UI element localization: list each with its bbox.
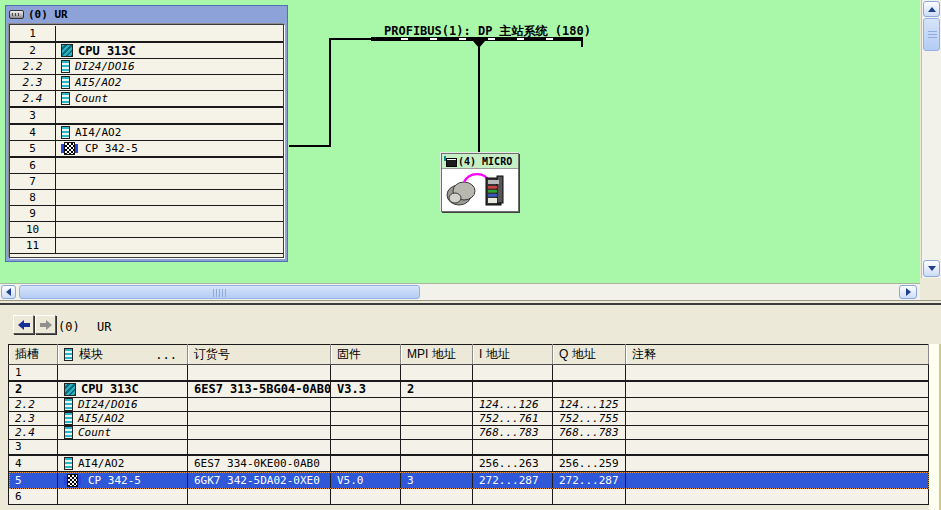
dp-slave-title: (4) MICRO [458, 156, 512, 167]
rack-slot-label: 7 [10, 174, 56, 189]
column-header-order-no[interactable]: 订货号 [188, 345, 331, 365]
rack-icon [9, 10, 24, 19]
rack-module-label: AI5/AO2 [75, 76, 121, 89]
module-icon [64, 412, 73, 425]
dp-slave-icon [444, 156, 455, 167]
column-header-module[interactable]: 模块... [58, 345, 188, 365]
pane-splitter[interactable] [0, 300, 941, 305]
scroll-up-button[interactable] [923, 1, 940, 17]
module-icon [64, 457, 73, 470]
table-header-row: 插槽 模块... 订货号 固件 MPI 地址 I 地址 Q 地址 注释 [9, 345, 929, 365]
horizontal-scrollbar[interactable] [0, 283, 920, 300]
table-row-slot-4[interactable]: 4 AI4/AO2 6ES7 334-0KE00-0AB0 256...263 … [9, 455, 929, 472]
rack-window-titlebar[interactable]: (0) UR [6, 6, 287, 22]
column-header-comment[interactable]: 注释 [626, 345, 929, 365]
rack-module-label: Count [75, 92, 108, 105]
table-row-slot-2-4[interactable]: 2.4 Count 768...783 768...783 [9, 426, 929, 440]
chevron-up-icon [928, 7, 936, 12]
cpu-module-icon [64, 383, 76, 396]
module-header-dots: ... [155, 348, 177, 362]
rack-module-cell: DI24/DO16 [56, 60, 283, 73]
vertical-scrollbar-thumb[interactable] [923, 18, 940, 51]
module-icon [61, 126, 70, 139]
rack-row-3[interactable]: 3 [10, 108, 283, 125]
rack-row-2-4[interactable]: 2.4Count [10, 91, 283, 108]
back-arrow-icon [18, 320, 30, 330]
module-icon [64, 426, 73, 439]
scroll-down-button[interactable] [923, 260, 940, 277]
chevron-down-icon [928, 266, 936, 271]
rack-module-label: CP 342-5 [85, 142, 138, 155]
rack-row-2-2[interactable]: 2.2DI24/DO16 [10, 59, 283, 75]
rack-row-11[interactable]: 11 [10, 238, 283, 254]
scroll-left-button[interactable] [1, 285, 16, 299]
column-header-firmware[interactable]: 固件 [331, 345, 401, 365]
rack-row-8[interactable]: 8 [10, 190, 283, 206]
rack-row-2[interactable]: 2CPU 313C [10, 43, 283, 59]
module-icon [64, 348, 73, 361]
table-row-slot-5-selected[interactable]: 5 CP 342-5 6GK7 342-5DA02-0XE0 V5.0 3 27… [9, 472, 929, 489]
rack-module-cell: AI5/AO2 [56, 76, 283, 89]
rack-slot-label: 3 [10, 108, 56, 123]
rack-slot-table: 1 2CPU 313C 2.2DI24/DO16 2.3AI5/AO2 2.4C… [9, 24, 284, 258]
horizontal-scrollbar-thumb[interactable] [19, 285, 420, 299]
table-row-slot-2[interactable]: 2 CPU 313C 6ES7 313-5BG04-0AB0 V3.3 2 [9, 381, 929, 398]
rack-slot-label: 6 [10, 158, 56, 173]
back-button[interactable] [13, 315, 34, 334]
station-work-area[interactable]: (0) UR 1 2CPU 313C 2.2DI24/DO16 2.3AI5/A… [0, 0, 920, 283]
forward-arrow-icon [40, 320, 52, 330]
chevron-left-icon [6, 288, 11, 296]
rack-window[interactable]: (0) UR 1 2CPU 313C 2.2DI24/DO16 2.3AI5/A… [5, 5, 288, 262]
rack-slot-label: 8 [10, 190, 56, 205]
rack-slot-label: 2.3 [10, 75, 56, 90]
rack-slot-label: 1 [10, 26, 56, 41]
table-row-slot-3[interactable]: 3 [9, 440, 929, 455]
rack-row-1[interactable]: 1 [10, 26, 283, 43]
rack-row-4[interactable]: 4AI4/AO2 [10, 125, 283, 141]
station-name-label: UR [97, 320, 111, 334]
bus-to-slave-drop-line [478, 46, 480, 153]
rack-window-title: (0) UR [28, 8, 68, 21]
module-icon [64, 398, 73, 411]
table-row-slot-1[interactable]: 1 [9, 365, 929, 381]
rack-slot-label: 2 [10, 43, 56, 58]
dp-module-icon [64, 474, 83, 487]
module-icon [61, 92, 70, 105]
column-header-slot[interactable]: 插槽 [9, 345, 58, 365]
module-icon [61, 60, 70, 73]
forward-button[interactable] [35, 315, 56, 334]
rack-row-2-3[interactable]: 2.3AI5/AO2 [10, 75, 283, 91]
dp-module-icon [61, 142, 80, 155]
module-config-table: 插槽 模块... 订货号 固件 MPI 地址 I 地址 Q 地址 注释 1 2 … [8, 344, 929, 505]
dp-slave-station[interactable]: (4) MICRO [441, 153, 519, 212]
rack-to-bus-connector-line [329, 38, 373, 40]
rack-module-cell: Count [56, 92, 283, 105]
rack-module-cell: AI4/AO2 [56, 126, 283, 139]
vertical-scrollbar[interactable] [921, 0, 941, 278]
rack-row-9[interactable]: 9 [10, 206, 283, 222]
rack-module-cell: CPU 313C [56, 44, 283, 58]
column-header-i-address[interactable]: I 地址 [473, 345, 553, 365]
rack-module-cell: CP 342-5 [56, 142, 283, 155]
table-row-slot-6[interactable]: 6 [9, 489, 929, 505]
rack-row-5[interactable]: 5CP 342-5 [10, 141, 283, 158]
cpu-module-icon [61, 44, 73, 57]
profibus-bus-end-tick [581, 41, 583, 47]
rack-row-10[interactable]: 10 [10, 222, 283, 238]
rack-module-label: AI4/AO2 [75, 126, 121, 139]
table-row-slot-2-3[interactable]: 2.3 AI5/AO2 752...761 752...755 [9, 412, 929, 426]
dp-slave-header[interactable]: (4) MICRO [442, 154, 518, 169]
column-header-mpi-address[interactable]: MPI 地址 [401, 345, 473, 365]
rack-to-bus-connector-line [289, 145, 330, 147]
rack-row-6[interactable]: 6 [10, 158, 283, 174]
column-header-q-address[interactable]: Q 地址 [553, 345, 626, 365]
rack-slot-label: 9 [10, 206, 56, 221]
rack-slot-label: 2.2 [10, 59, 56, 74]
chevron-right-icon [906, 288, 911, 296]
rack-slot-label: 10 [10, 222, 56, 237]
scroll-right-button[interactable] [899, 285, 917, 299]
motor-drive-graphic [442, 169, 518, 210]
rack-module-label: CPU 313C [78, 44, 136, 58]
table-row-slot-2-2[interactable]: 2.2 DI24/DO16 124...126 124...125 [9, 398, 929, 412]
rack-row-7[interactable]: 7 [10, 174, 283, 190]
